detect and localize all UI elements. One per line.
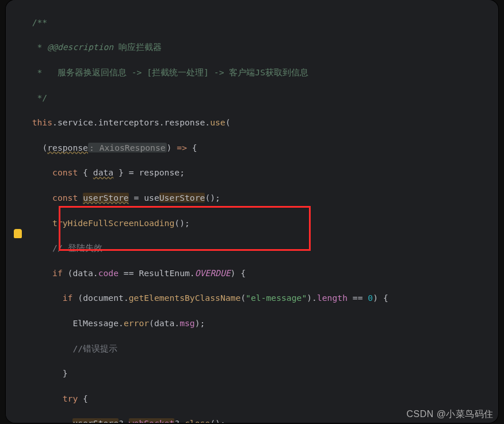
paren: ). [307,293,317,303]
ElMessage: ElMessage [72,318,119,328]
kw-try: try [63,394,78,403]
var-data: data [93,167,113,177]
op: == [348,293,368,303]
prop-length: length [317,293,348,303]
docblock-open: /** [32,17,48,27]
dot: . [119,318,124,328]
num-zero: 0 [368,293,373,303]
gutter [6,0,22,423]
enum: ResultEnum [139,268,189,278]
inlay-hint-type: : AxiosResponse [88,143,167,152]
paren: ( [72,293,83,303]
punc: } = [113,167,139,177]
fn-tryHide: tryHideFullScreenLoading [52,218,174,228]
code-editor[interactable]: /** * @@description 响应拦截器 * 服务器换返回信息 -> … [22,3,498,423]
paren: ) [167,143,177,152]
kw-if: if [52,268,63,278]
doc-tag: @description [52,42,113,52]
doc-desc: 响应拦截器 [119,42,162,52]
op: ?. [174,418,185,423]
dot: . [190,268,195,278]
paren: ); [195,318,205,328]
ident: response [139,167,180,177]
editor-panel: /** * @@description 响应拦截器 * 服务器换返回信息 -> … [6,0,498,423]
call: (); [174,218,190,228]
paren: ( [63,268,73,278]
fn-error: error [124,318,149,328]
comment: // 登陆失效 [52,243,102,253]
call: (); [205,193,220,203]
var-userStore: userStore [72,418,119,423]
kw-const: const [52,167,78,177]
brace: ) { [231,268,246,278]
fn-useUserStore: UserStore [159,193,205,203]
window-frame: /** * @@description 响应拦截器 * 服务器换返回信息 -> … [0,0,504,424]
chain: .service.interceptors.response. [52,117,210,127]
op: == [119,268,139,278]
eq: = [129,193,144,203]
param-response: response [47,143,88,152]
fn-use: use [210,117,226,127]
fn-getElementsByClassName: getElementsByClassName [129,293,241,303]
dot: . [174,318,180,328]
enum-val: OVERDUE [195,268,231,278]
kw-this: this [32,117,52,127]
prop-code: code [98,268,119,278]
doc-line2: 服务器换返回信息 -> [拦截统一处理] -> 客户端JS获取到信息 [58,67,308,77]
comment: //错误提示 [72,343,117,353]
call: (); [210,418,226,423]
document: document [83,293,124,303]
arrow: => [177,143,187,152]
ident: data [72,268,93,278]
brace: ) { [373,293,388,303]
str: "el-message" [246,293,307,303]
docblock-close: */ [32,93,48,102]
semi: ; [180,167,185,177]
dot: . [93,268,98,278]
op: ?. [119,418,129,423]
ident: data [154,318,174,328]
lightbulb-icon[interactable] [14,229,22,238]
kw-const: const [52,193,78,203]
watermark-label: CSDN @小菜鸟码住 [406,408,494,421]
prop-webSocket: webSocket [129,418,175,423]
brace: } [63,368,68,378]
kw-if: if [63,293,73,303]
fn-close: close [185,418,210,423]
brace: { [187,143,197,152]
paren: ( [149,318,154,328]
prop-msg: msg [180,318,195,328]
brace: { [78,394,88,403]
brace: { [78,167,93,177]
dot: . [124,293,129,303]
paren: ( [226,117,231,127]
paren: ( [240,293,246,303]
var-userStore: userStore [83,193,129,203]
paren: ( [42,143,47,152]
